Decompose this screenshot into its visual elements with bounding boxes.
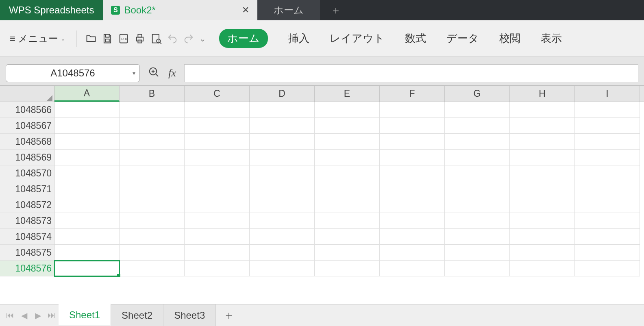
cell-I1048575[interactable] bbox=[575, 245, 640, 261]
cell-D1048566[interactable] bbox=[250, 102, 315, 118]
row-header[interactable]: 1048573 bbox=[0, 213, 54, 229]
print-icon[interactable] bbox=[133, 31, 147, 46]
cell-H1048566[interactable] bbox=[510, 102, 575, 118]
cell-E1048569[interactable] bbox=[315, 150, 380, 165]
cell-G1048575[interactable] bbox=[445, 245, 510, 261]
cell-I1048566[interactable] bbox=[575, 102, 640, 118]
cell-G1048566[interactable] bbox=[445, 102, 510, 118]
cell-C1048566[interactable] bbox=[185, 102, 250, 118]
cell-D1048571[interactable] bbox=[250, 181, 315, 197]
row-header[interactable]: 1048566 bbox=[0, 102, 54, 118]
cell-I1048568[interactable] bbox=[575, 134, 640, 150]
column-header-A[interactable]: A bbox=[54, 86, 120, 102]
cell-F1048576[interactable] bbox=[380, 261, 445, 276]
open-icon[interactable] bbox=[84, 31, 98, 46]
column-header-H[interactable]: H bbox=[510, 86, 575, 102]
cell-H1048570[interactable] bbox=[510, 165, 575, 181]
cell-G1048568[interactable] bbox=[445, 134, 510, 150]
cell-C1048576[interactable] bbox=[185, 261, 250, 276]
cell-B1048566[interactable] bbox=[120, 102, 185, 118]
cell-G1048569[interactable] bbox=[445, 150, 510, 165]
column-header-F[interactable]: F bbox=[380, 86, 445, 102]
tab-layout[interactable]: レイアウト bbox=[330, 31, 385, 46]
cell-I1048567[interactable] bbox=[575, 118, 640, 134]
cell-B1048574[interactable] bbox=[120, 229, 185, 245]
cell-G1048572[interactable] bbox=[445, 197, 510, 213]
home-nav-tab[interactable]: ホーム bbox=[257, 0, 320, 20]
cell-D1048575[interactable] bbox=[250, 245, 315, 261]
cell-I1048572[interactable] bbox=[575, 197, 640, 213]
sheet-nav-next-icon[interactable]: ▶ bbox=[31, 311, 45, 320]
column-header-I[interactable]: I bbox=[575, 86, 640, 102]
cell-A1048569[interactable] bbox=[54, 150, 120, 165]
cell-F1048566[interactable] bbox=[380, 102, 445, 118]
cell-F1048568[interactable] bbox=[380, 134, 445, 150]
cell-E1048570[interactable] bbox=[315, 165, 380, 181]
cell-B1048575[interactable] bbox=[120, 245, 185, 261]
fx-label[interactable]: fx bbox=[168, 67, 176, 79]
cell-H1048576[interactable] bbox=[510, 261, 575, 276]
cell-E1048576[interactable] bbox=[315, 261, 380, 276]
sheet-nav-last-icon[interactable]: ⏭ bbox=[45, 311, 59, 320]
cell-H1048575[interactable] bbox=[510, 245, 575, 261]
cell-E1048571[interactable] bbox=[315, 181, 380, 197]
cell-D1048574[interactable] bbox=[250, 229, 315, 245]
cell-B1048571[interactable] bbox=[120, 181, 185, 197]
cell-A1048566[interactable] bbox=[54, 102, 120, 118]
cell-D1048572[interactable] bbox=[250, 197, 315, 213]
cell-F1048575[interactable] bbox=[380, 245, 445, 261]
cell-H1048568[interactable] bbox=[510, 134, 575, 150]
cell-B1048572[interactable] bbox=[120, 197, 185, 213]
select-all-corner[interactable] bbox=[0, 86, 54, 102]
redo-icon[interactable] bbox=[181, 31, 196, 46]
cell-A1048574[interactable] bbox=[54, 229, 120, 245]
cell-D1048568[interactable] bbox=[250, 134, 315, 150]
document-tab[interactable]: S Book2* ✕ bbox=[103, 0, 257, 20]
cell-A1048572[interactable] bbox=[54, 197, 120, 213]
print-preview-icon[interactable] bbox=[149, 31, 163, 46]
cell-B1048576[interactable] bbox=[120, 261, 185, 276]
cell-B1048568[interactable] bbox=[120, 134, 185, 150]
export-pdf-icon[interactable]: PDF bbox=[116, 31, 131, 46]
cell-I1048576[interactable] bbox=[575, 261, 640, 276]
cell-C1048568[interactable] bbox=[185, 134, 250, 150]
tab-view[interactable]: 表示 bbox=[541, 31, 562, 46]
cell-I1048574[interactable] bbox=[575, 229, 640, 245]
cell-I1048571[interactable] bbox=[575, 181, 640, 197]
cell-G1048571[interactable] bbox=[445, 181, 510, 197]
cell-F1048573[interactable] bbox=[380, 213, 445, 229]
tab-data[interactable]: データ bbox=[446, 31, 479, 46]
formula-input[interactable] bbox=[184, 64, 638, 82]
cell-A1048576[interactable] bbox=[54, 261, 120, 276]
cell-E1048567[interactable] bbox=[315, 118, 380, 134]
cell-C1048571[interactable] bbox=[185, 181, 250, 197]
cell-C1048575[interactable] bbox=[185, 245, 250, 261]
sheet-nav-first-icon[interactable]: ⏮ bbox=[3, 311, 17, 320]
cell-C1048573[interactable] bbox=[185, 213, 250, 229]
cell-F1048569[interactable] bbox=[380, 150, 445, 165]
quick-access-dropdown[interactable]: ⌄ bbox=[198, 34, 208, 43]
cell-I1048570[interactable] bbox=[575, 165, 640, 181]
cell-G1048576[interactable] bbox=[445, 261, 510, 276]
zoom-icon[interactable] bbox=[148, 66, 160, 80]
cell-G1048570[interactable] bbox=[445, 165, 510, 181]
cell-E1048574[interactable] bbox=[315, 229, 380, 245]
column-header-E[interactable]: E bbox=[315, 86, 380, 102]
cell-F1048567[interactable] bbox=[380, 118, 445, 134]
cell-A1048570[interactable] bbox=[54, 165, 120, 181]
cell-E1048572[interactable] bbox=[315, 197, 380, 213]
sheet-tab-sheet2[interactable]: Sheet2 bbox=[111, 304, 163, 326]
name-box[interactable]: A1048576 ▾ bbox=[6, 64, 140, 82]
cell-A1048573[interactable] bbox=[54, 213, 120, 229]
cell-C1048572[interactable] bbox=[185, 197, 250, 213]
row-header[interactable]: 1048568 bbox=[0, 134, 54, 150]
cell-H1048573[interactable] bbox=[510, 213, 575, 229]
sheet-nav-prev-icon[interactable]: ◀ bbox=[17, 311, 31, 320]
close-tab-icon[interactable]: ✕ bbox=[242, 5, 249, 15]
cell-I1048569[interactable] bbox=[575, 150, 640, 165]
row-header[interactable]: 1048572 bbox=[0, 197, 54, 213]
add-tab-button[interactable]: ＋ bbox=[320, 0, 352, 20]
cell-F1048572[interactable] bbox=[380, 197, 445, 213]
menu-button[interactable]: ≡ メニュー ⌄ bbox=[7, 30, 69, 47]
column-header-G[interactable]: G bbox=[445, 86, 510, 102]
